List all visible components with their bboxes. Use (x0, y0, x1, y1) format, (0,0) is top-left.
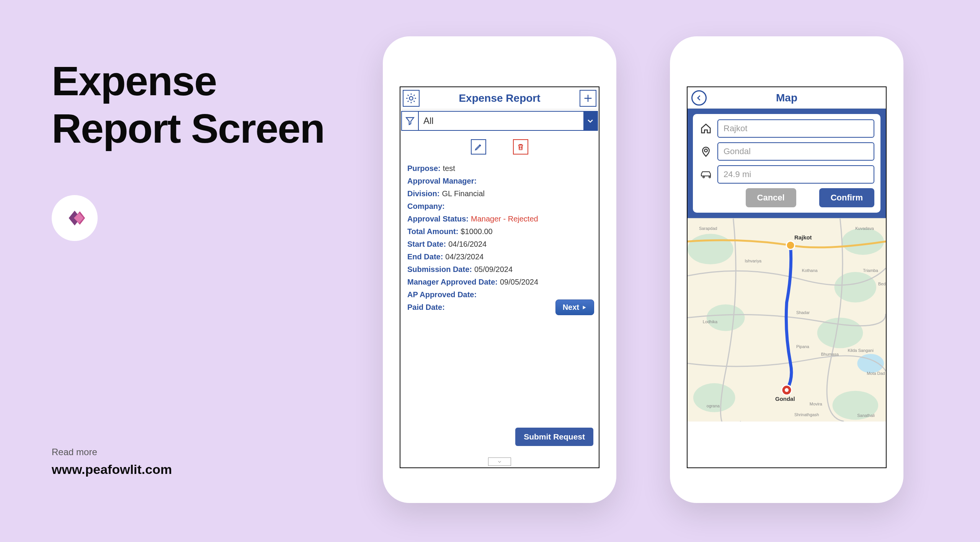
label-ap-approved-date: AP Approved Date: (407, 290, 477, 299)
value-manager-approved-date: 09/05/2024 (500, 278, 538, 286)
pencil-icon (474, 143, 483, 151)
delete-button[interactable] (513, 139, 528, 155)
label-start-date: Start Date: (407, 240, 446, 249)
map-label-start: Rajkot (794, 234, 812, 241)
car-icon (699, 170, 713, 179)
label-total-amount: Total Amount: (407, 227, 458, 236)
map-header: Map (688, 87, 886, 109)
filter-chevron[interactable] (583, 112, 597, 130)
svg-text:Bhumasa: Bhumasa (821, 352, 839, 356)
map-canvas: Rajkot Gondal Sarapdad Kuvadava Ishvariy… (688, 218, 886, 422)
label-purpose: Purpose: (407, 164, 441, 173)
label-submission-date: Submission Date: (407, 265, 472, 274)
svg-point-3 (704, 149, 707, 152)
svg-point-6 (842, 228, 884, 255)
svg-point-7 (707, 304, 745, 331)
read-more-label: Read more (52, 447, 172, 457)
svg-point-13 (786, 241, 795, 249)
pin-icon (699, 146, 713, 157)
svg-text:Sarapdad: Sarapdad (699, 226, 717, 231)
filter-icon (405, 116, 415, 126)
promo-footer: Read more www.peafowlit.com (52, 447, 172, 477)
label-manager-approved-date: Manager Approved Date: (407, 278, 498, 286)
svg-text:Kilda Sangani: Kilda Sangani (848, 348, 874, 353)
label-division: Division: (407, 189, 439, 198)
svg-text:Ishvariya: Ishvariya (745, 259, 762, 263)
to-input[interactable]: Gondal (717, 142, 874, 161)
svg-point-15 (785, 388, 789, 392)
next-button[interactable]: Next (555, 299, 594, 315)
chevron-down-icon (497, 459, 503, 464)
title-line-1: Expense (52, 58, 216, 104)
filter-value: All (423, 116, 434, 126)
from-row: Rajkot (699, 119, 874, 138)
filter-icon-button[interactable] (402, 112, 419, 130)
value-approval-status: Manager - Rejected (471, 215, 538, 223)
svg-text:Mota Dad: Mota Dad (867, 371, 885, 376)
phone-expense-report: Expense Report All (383, 36, 616, 503)
to-row: Gondal (699, 142, 874, 161)
gear-icon (406, 93, 416, 104)
title-line-2: Report Screen (52, 105, 324, 151)
map-view[interactable]: Rajkot Gondal Sarapdad Kuvadava Ishvariy… (688, 218, 886, 422)
label-approval-status: Approval Status: (407, 215, 469, 223)
app-header-title: Expense Report (420, 92, 580, 104)
value-division: GL Financial (442, 189, 485, 198)
label-paid-date: Paid Date: (407, 303, 445, 312)
next-label: Next (563, 303, 579, 312)
home-icon (699, 123, 713, 134)
play-icon (581, 305, 587, 310)
map-title: Map (691, 92, 882, 104)
svg-text:Pipana: Pipana (796, 344, 810, 349)
confirm-button[interactable]: Confirm (819, 188, 874, 207)
value-end-date: 04/23/2024 (445, 252, 483, 261)
svg-text:Sanathali: Sanathali (857, 413, 875, 418)
edit-button[interactable] (471, 139, 486, 155)
label-company: Company: (407, 202, 445, 211)
value-total-amount: $1000.00 (461, 227, 492, 236)
add-button[interactable] (580, 90, 596, 107)
promo-url: www.peafowlit.com (52, 462, 172, 477)
svg-text:Lodhika: Lodhika (703, 319, 718, 324)
expense-details: Purpose:test Approval Manager: Division:… (400, 159, 599, 317)
map-label-end: Gondal (775, 396, 795, 402)
svg-text:Kuvadava: Kuvadava (855, 226, 874, 231)
phone-map: Map Rajkot Gondal (670, 36, 903, 503)
svg-text:Kothana: Kothana (802, 268, 818, 273)
svg-point-5 (688, 234, 733, 264)
svg-text:Bedia: Bedia (878, 282, 886, 286)
action-icons (400, 132, 599, 159)
filter-row: All (401, 111, 598, 131)
svg-text:ograna: ograna (707, 404, 720, 408)
submit-request-button[interactable]: Submit Request (515, 428, 593, 446)
expand-collapse-button[interactable] (488, 457, 511, 466)
svg-text:Triamba: Triamba (863, 268, 879, 273)
svg-text:Shadar: Shadar (796, 310, 810, 315)
value-submission-date: 05/09/2024 (474, 265, 513, 274)
label-end-date: End Date: (407, 252, 443, 261)
value-purpose: test (443, 164, 455, 173)
from-input[interactable]: Rajkot (717, 119, 874, 138)
filter-select[interactable]: All (419, 112, 583, 130)
plus-icon (583, 93, 593, 104)
promo-title: Expense Report Screen (52, 57, 324, 152)
value-start-date: 04/16/2024 (448, 240, 487, 249)
search-panel: Rajkot Gondal 24.9 mi (688, 109, 886, 218)
distance-row: 24.9 mi (699, 165, 874, 184)
svg-text:Shrinathgash: Shrinathgash (794, 412, 819, 417)
svg-text:Movira: Movira (810, 402, 823, 406)
label-approval-manager: Approval Manager: (407, 177, 477, 186)
distance-display: 24.9 mi (717, 165, 874, 184)
chevron-down-icon (586, 117, 594, 125)
trash-icon (516, 143, 525, 151)
settings-button[interactable] (403, 90, 420, 107)
cancel-button[interactable]: Cancel (746, 188, 796, 207)
powerapps-logo (52, 195, 98, 241)
app-header: Expense Report (400, 87, 599, 109)
